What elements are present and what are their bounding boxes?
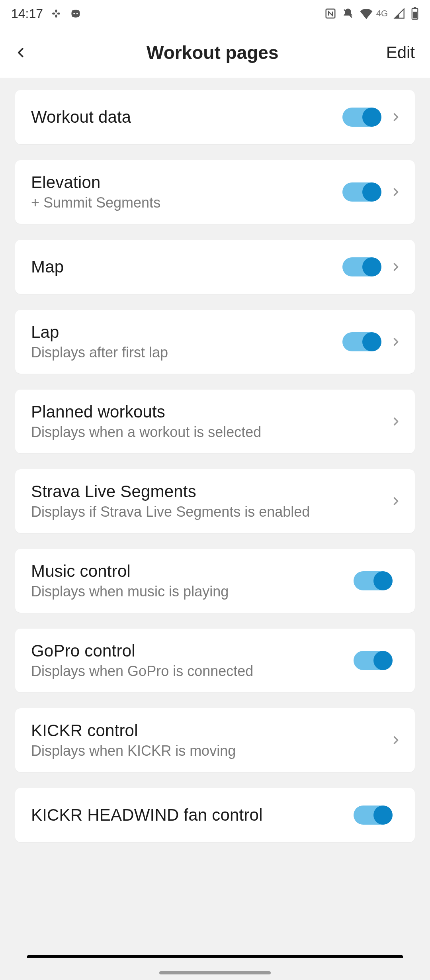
list-item[interactable]: GoPro controlDisplays when GoPro is conn… xyxy=(15,629,415,692)
svg-rect-10 xyxy=(413,12,417,19)
item-subtitle: Displays if Strava Live Segments is enab… xyxy=(31,504,390,520)
mute-icon xyxy=(342,8,354,20)
svg-rect-1 xyxy=(57,13,61,15)
page-title: Workout pages xyxy=(39,42,386,63)
item-subtitle: Displays after first lap xyxy=(31,344,342,361)
toggle-switch[interactable] xyxy=(342,257,380,276)
discord-icon xyxy=(69,8,82,20)
item-title: Lap xyxy=(31,323,342,342)
list-item[interactable]: Strava Live SegmentsDisplays if Strava L… xyxy=(15,469,415,533)
chevron-right-icon xyxy=(390,735,401,746)
item-title: Elevation xyxy=(31,173,342,192)
wifi-icon xyxy=(360,8,373,19)
item-text: Map xyxy=(31,257,342,276)
signal-icon xyxy=(393,8,405,19)
toggle-switch[interactable] xyxy=(354,651,391,670)
svg-rect-3 xyxy=(55,15,57,18)
item-text: Workout data xyxy=(31,108,342,127)
item-title: Music control xyxy=(31,562,354,581)
chevron-right-icon xyxy=(390,496,401,507)
item-subtitle: Displays when a workout is selected xyxy=(31,424,390,441)
svg-rect-2 xyxy=(55,10,57,13)
item-title: Workout data xyxy=(31,108,342,127)
item-subtitle: + Summit Segments xyxy=(31,194,342,211)
list-item[interactable]: KICKR controlDisplays when KICKR is movi… xyxy=(15,708,415,772)
toggle-switch[interactable] xyxy=(342,332,380,351)
status-right: 4G xyxy=(324,7,419,20)
item-text: Planned workoutsDisplays when a workout … xyxy=(31,402,390,441)
battery-icon xyxy=(411,7,419,20)
edit-button[interactable]: Edit xyxy=(386,43,415,62)
svg-rect-9 xyxy=(414,7,416,8)
status-time: 14:17 xyxy=(11,6,43,21)
item-text: Elevation+ Summit Segments xyxy=(31,173,342,211)
item-text: KICKR controlDisplays when KICKR is movi… xyxy=(31,721,390,759)
status-bar: 14:17 4G xyxy=(0,0,430,27)
nfc-icon xyxy=(324,8,336,20)
app-bar: Workout pages Edit xyxy=(0,27,430,78)
list-item[interactable]: Map xyxy=(15,240,415,294)
back-button[interactable] xyxy=(15,43,39,62)
item-text: Strava Live SegmentsDisplays if Strava L… xyxy=(31,482,390,520)
slack-icon xyxy=(50,8,62,20)
list-item[interactable]: Workout data xyxy=(15,90,415,144)
item-subtitle: Displays when KICKR is moving xyxy=(31,743,390,759)
item-subtitle: Displays when music is playing xyxy=(31,583,354,600)
toggle-switch[interactable] xyxy=(354,571,391,590)
toggle-switch[interactable] xyxy=(342,182,380,202)
svg-point-5 xyxy=(76,13,78,14)
status-left: 14:17 xyxy=(11,6,82,21)
svg-rect-0 xyxy=(52,13,55,15)
settings-list: Workout dataElevation+ Summit SegmentsMa… xyxy=(0,78,430,854)
item-text: Music controlDisplays when music is play… xyxy=(31,562,354,600)
item-subtitle: Displays when GoPro is connected xyxy=(31,663,354,680)
chevron-right-icon xyxy=(390,336,401,347)
item-text: KICKR HEADWIND fan control xyxy=(31,806,354,825)
chevron-right-icon xyxy=(390,186,401,198)
network-label: 4G xyxy=(376,8,388,19)
home-indicator xyxy=(159,971,271,974)
chevron-left-icon xyxy=(15,43,27,62)
item-title: KICKR HEADWIND fan control xyxy=(31,806,354,825)
item-title: GoPro control xyxy=(31,641,354,661)
chevron-right-icon xyxy=(390,261,401,272)
toggle-switch[interactable] xyxy=(354,806,391,825)
list-item[interactable]: Planned workoutsDisplays when a workout … xyxy=(15,390,415,453)
item-title: KICKR control xyxy=(31,721,390,740)
partial-card-edge xyxy=(27,955,403,958)
list-item[interactable]: KICKR HEADWIND fan control xyxy=(15,788,415,842)
chevron-right-icon xyxy=(390,416,401,427)
item-title: Planned workouts xyxy=(31,402,390,421)
list-item[interactable]: Elevation+ Summit Segments xyxy=(15,160,415,224)
item-title: Strava Live Segments xyxy=(31,482,390,501)
list-item[interactable]: LapDisplays after first lap xyxy=(15,310,415,374)
svg-point-4 xyxy=(73,13,75,14)
item-text: GoPro controlDisplays when GoPro is conn… xyxy=(31,641,354,680)
list-item[interactable]: Music controlDisplays when music is play… xyxy=(15,549,415,613)
toggle-switch[interactable] xyxy=(342,108,380,127)
item-text: LapDisplays after first lap xyxy=(31,323,342,361)
chevron-right-icon xyxy=(390,112,401,123)
item-title: Map xyxy=(31,257,342,276)
